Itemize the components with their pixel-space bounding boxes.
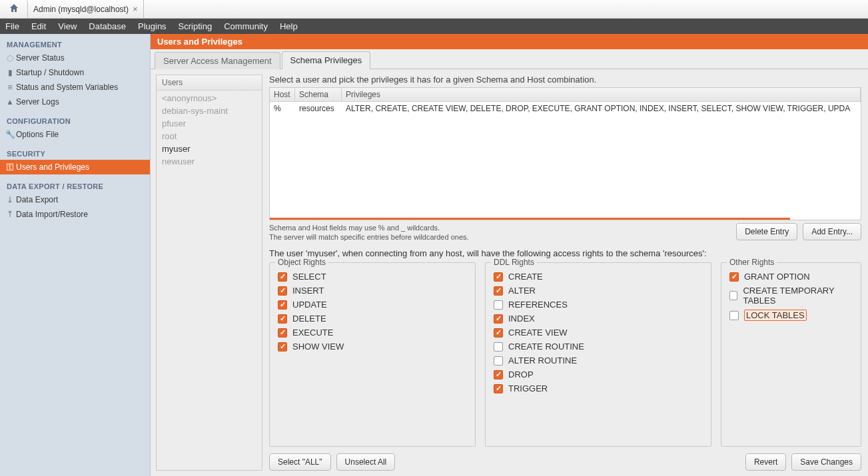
sidebar-item-data-export[interactable]: ⤓Data Export <box>0 192 150 207</box>
sidebar-item-variables[interactable]: ≡Status and System Variables <box>0 80 150 95</box>
other-right-checkbox[interactable]: ✓GRANT OPTION <box>729 270 853 284</box>
legend-other-rights: Other Rights <box>727 258 777 267</box>
object-right-checkbox[interactable]: ✓INSERT <box>278 284 467 298</box>
content-area: Users and Privileges Server Access Manag… <box>151 34 868 476</box>
home-tab[interactable] <box>0 0 28 18</box>
sidebar: MANAGEMENT ◌Server Status ▮Startup / Shu… <box>0 34 151 476</box>
checkbox-label: GRANT OPTION <box>744 272 810 282</box>
checkbox-label: DELETE <box>292 314 326 324</box>
checkbox-label: INSERT <box>292 286 324 296</box>
legend-object-rights: Object Rights <box>275 258 328 267</box>
other-right-checkbox[interactable]: LOCK TABLES <box>729 308 853 323</box>
user-item[interactable]: newuser <box>157 155 262 168</box>
ddl-right-checkbox[interactable]: ALTER ROUTINE <box>494 354 703 367</box>
checkbox-icon: ✓ <box>494 314 503 324</box>
tab-schema-privileges[interactable]: Schema Privileges <box>282 51 371 69</box>
checkbox-label: CREATE TEMPORARY TABLES <box>743 286 853 306</box>
delete-entry-button[interactable]: Delete Entry <box>736 223 797 240</box>
instruction-text: Select a user and pick the privileges it… <box>269 75 861 85</box>
checkbox-icon <box>729 311 739 320</box>
checkbox-icon <box>494 342 503 352</box>
hint-text: Schema and Host fields may use % and _ w… <box>269 223 469 242</box>
cell-privileges: ALTER, CREATE, CREATE VIEW, DELETE, DROP… <box>342 102 861 115</box>
page-title: Users and Privileges <box>151 34 868 49</box>
legend-ddl-rights: DDL Rights <box>491 258 537 267</box>
variables-icon: ≡ <box>5 81 15 93</box>
ddl-right-checkbox[interactable]: ✓CREATE <box>494 270 703 284</box>
menu-community[interactable]: Community <box>224 21 268 31</box>
menu-edit[interactable]: Edit <box>31 21 46 31</box>
menu-scripting[interactable]: Scripting <box>179 21 213 31</box>
menu-view[interactable]: View <box>58 21 77 31</box>
other-rights-group: Other Rights ✓GRANT OPTIONCREATE TEMPORA… <box>721 262 861 447</box>
cell-host: % <box>270 102 295 115</box>
checkbox-icon: ✓ <box>278 300 287 310</box>
sidebar-item-data-import[interactable]: ⤒Data Import/Restore <box>0 207 150 222</box>
user-item[interactable]: <anonymous> <box>157 92 262 105</box>
object-right-checkbox[interactable]: ✓SHOW VIEW <box>278 340 467 354</box>
sidebar-item-server-status[interactable]: ◌Server Status <box>0 51 150 65</box>
select-all-button[interactable]: Select "ALL" <box>269 453 331 471</box>
col-schema: Schema <box>295 88 342 101</box>
user-item[interactable]: myuser <box>157 142 262 155</box>
user-item[interactable]: debian-sys-maint <box>157 105 262 117</box>
menu-plugins[interactable]: Plugins <box>138 21 167 31</box>
unselect-all-button[interactable]: Unselect All <box>336 453 396 471</box>
ddl-right-checkbox[interactable]: ✓CREATE VIEW <box>494 326 703 340</box>
other-right-checkbox[interactable]: CREATE TEMPORARY TABLES <box>729 284 853 308</box>
checkbox-icon: ✓ <box>494 328 503 338</box>
save-changes-button[interactable]: Save Changes <box>791 453 861 471</box>
user-rights-description: The user 'myuser', when connecting from … <box>269 248 861 258</box>
checkbox-label: UPDATE <box>292 300 327 310</box>
sidebar-item-logs[interactable]: ▲Server Logs <box>0 95 150 109</box>
sidebar-heading-configuration: CONFIGURATION <box>0 115 150 127</box>
checkbox-label: INDEX <box>508 314 535 324</box>
ddl-right-checkbox[interactable]: ✓TRIGGER <box>494 381 703 395</box>
close-icon[interactable]: × <box>133 4 138 14</box>
object-right-checkbox[interactable]: ✓DELETE <box>278 312 467 326</box>
checkbox-icon: ✓ <box>278 342 287 352</box>
ddl-right-checkbox[interactable]: CREATE ROUTINE <box>494 340 703 354</box>
checkbox-icon: ✓ <box>494 272 503 282</box>
tab-server-access[interactable]: Server Access Management <box>155 52 280 69</box>
ddl-right-checkbox[interactable]: ✓DROP <box>494 367 703 381</box>
users-panel: Users <anonymous> debian-sys-maint pfuse… <box>156 75 262 471</box>
checkbox-label: TRIGGER <box>508 383 548 393</box>
connection-tab-label: Admin (mysqld@localhost) <box>33 5 129 14</box>
ddl-right-checkbox[interactable]: REFERENCES <box>494 298 703 312</box>
power-icon: ▮ <box>5 67 15 79</box>
checkbox-icon <box>494 356 503 365</box>
users-list: <anonymous> debian-sys-maint pfuser root… <box>157 91 262 169</box>
ddl-right-checkbox[interactable]: ✓INDEX <box>494 312 703 326</box>
menu-help[interactable]: Help <box>280 21 298 31</box>
menu-file[interactable]: File <box>5 21 19 31</box>
checkbox-label: ALTER ROUTINE <box>508 356 577 365</box>
object-right-checkbox[interactable]: ✓SELECT <box>278 270 467 284</box>
sidebar-item-options-file[interactable]: 🔧Options File <box>0 127 150 142</box>
object-right-checkbox[interactable]: ✓EXECUTE <box>278 326 467 340</box>
sidebar-heading-data: DATA EXPORT / RESTORE <box>0 180 150 192</box>
home-icon <box>9 3 19 15</box>
privileges-grid[interactable]: Host Schema Privileges % resources ALTER… <box>269 87 861 220</box>
checkbox-label: CREATE <box>508 272 543 282</box>
user-item[interactable]: root <box>157 130 262 142</box>
grid-row[interactable]: % resources ALTER, CREATE, CREATE VIEW, … <box>270 102 861 115</box>
menu-database[interactable]: Database <box>89 21 126 31</box>
checkbox-icon <box>494 300 503 310</box>
checkbox-icon: ✓ <box>494 286 503 296</box>
user-item[interactable]: pfuser <box>157 117 262 130</box>
status-icon: ◌ <box>5 52 15 64</box>
object-right-checkbox[interactable]: ✓UPDATE <box>278 298 467 312</box>
checkbox-icon: ✓ <box>278 328 287 338</box>
sidebar-item-startup[interactable]: ▮Startup / Shutdown <box>0 65 150 80</box>
selection-indicator <box>270 218 790 220</box>
subtabs: Server Access Management Schema Privileg… <box>151 49 868 69</box>
revert-button[interactable]: Revert <box>745 453 786 471</box>
add-entry-button[interactable]: Add Entry... <box>803 223 861 240</box>
checkbox-icon: ✓ <box>494 384 503 393</box>
ddl-right-checkbox[interactable]: ✓ALTER <box>494 284 703 298</box>
object-rights-group: Object Rights ✓SELECT✓INSERT✓UPDATE✓DELE… <box>269 262 476 447</box>
sidebar-item-users-privileges[interactable]: ⚿Users and Privileges <box>0 160 150 174</box>
checkbox-label: ALTER <box>508 286 536 296</box>
connection-tab[interactable]: Admin (mysqld@localhost) × <box>28 0 144 18</box>
